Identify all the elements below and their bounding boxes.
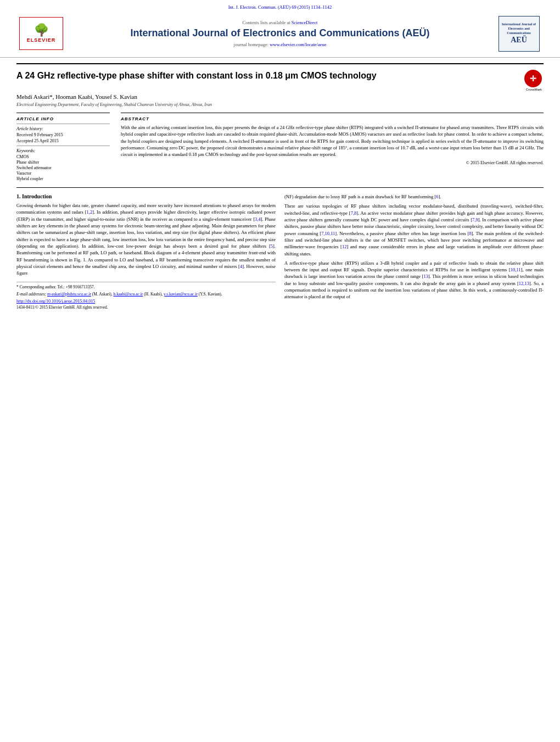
header-main: 🌳 ELSEVIER Contents lists available at S… bbox=[16, 12, 544, 55]
abstract-col: ABSTRACT With the aim of achieving const… bbox=[121, 113, 544, 182]
footnote-email: E-mail addresses: m-askari@phdstu.scu.ac… bbox=[16, 292, 276, 298]
keyword-3: Switched attenuator bbox=[16, 165, 110, 170]
elsevier-text: ELSEVIER bbox=[27, 37, 56, 43]
doi-line: http://dx.doi.org/10.1016/j.aeue.2015.04… bbox=[16, 299, 276, 304]
ref-8b[interactable]: 8 bbox=[469, 231, 472, 236]
history-label: Article history: bbox=[16, 126, 110, 131]
authors: Mehdi Askari*, Hooman Kaabi, Yousef S. K… bbox=[16, 93, 544, 100]
accepted-date: Accepted 25 April 2015 bbox=[16, 138, 110, 143]
footnote-section: * Corresponding author. Tel.: +98 916671… bbox=[16, 282, 276, 310]
sciencedirect-link[interactable]: ScienceDirect bbox=[292, 20, 318, 25]
body-col-right: (NF) degradation due to lossy RF path is… bbox=[284, 193, 544, 310]
ref-4b[interactable]: 4 bbox=[240, 264, 242, 269]
intro-text-left: Growing demands for higher data rate, gr… bbox=[16, 202, 276, 276]
abstract-header: ABSTRACT bbox=[121, 116, 544, 121]
intro-text-right-3: A reflective-type phase shifter (RTPS) u… bbox=[284, 260, 544, 300]
journal-homepage: journal homepage: www.elsevier.com/locat… bbox=[71, 42, 489, 47]
ref-12-13[interactable]: 12,13 bbox=[519, 281, 529, 286]
journal-header: Int. J. Electron. Commun. (AEÜ) 69 (2015… bbox=[0, 0, 560, 58]
footnote-corresponding: * Corresponding author. Tel.: +98 916671… bbox=[16, 284, 276, 291]
email-kavian[interactable]: y.s.kavian@scu.ac.ir bbox=[164, 292, 198, 297]
aeue-logo: International Journal of Electronics and… bbox=[499, 16, 540, 52]
ref-7-9[interactable]: 7,9 bbox=[472, 217, 478, 222]
section-title: Introduction bbox=[22, 193, 52, 199]
doi-link[interactable]: http://dx.doi.org/10.1016/j.aeue.2015.04… bbox=[16, 299, 95, 304]
keyword-5: Hybrid coupler bbox=[16, 176, 110, 181]
section-divider bbox=[16, 187, 544, 188]
keyword-1: CMOS bbox=[16, 154, 110, 159]
email-label: E-mail addresses: bbox=[16, 292, 46, 297]
body-section: 1. Introduction Growing demands for high… bbox=[16, 193, 544, 310]
copyright-line: © 2015 Elsevier GmbH. All rights reserve… bbox=[121, 160, 544, 165]
ref-12[interactable]: 12 bbox=[342, 244, 347, 249]
email-askari[interactable]: m-askari@phdstu.scu.ac.ir bbox=[47, 292, 91, 297]
affiliation: Electrical Engineering Department, Facul… bbox=[16, 102, 544, 107]
intro-heading: 1. Introduction bbox=[16, 193, 276, 199]
section-number: 1. bbox=[16, 193, 21, 199]
keyword-2: Phase shifter bbox=[16, 160, 110, 165]
body-col-left: 1. Introduction Growing demands for high… bbox=[16, 193, 276, 310]
crossmark-icon: ✛ bbox=[524, 70, 542, 87]
ref-7-8[interactable]: 7,8 bbox=[351, 210, 357, 216]
elsevier-logo: 🌳 ELSEVIER bbox=[19, 17, 63, 50]
issn-line: 1434-8411/© 2015 Elsevier GmbH. All righ… bbox=[16, 305, 276, 310]
aeue-logo-container: International Journal of Electronics and… bbox=[494, 14, 544, 53]
email-kaabi[interactable]: h.kaabi@scu.ac.ir bbox=[114, 292, 143, 297]
keywords-label: Keywords: bbox=[16, 148, 110, 153]
crossmark-label: CrossMark bbox=[524, 88, 544, 91]
ref-13[interactable]: 13 bbox=[424, 274, 429, 279]
ref-5[interactable]: 5 bbox=[271, 243, 273, 249]
page: Int. J. Electron. Commun. (AEÜ) 69 (2015… bbox=[0, 0, 560, 742]
journal-title: International Journal of Electronics and… bbox=[71, 27, 489, 40]
ref-1-2[interactable]: 1,2 bbox=[87, 209, 93, 215]
info-divider-1 bbox=[16, 124, 110, 124]
homepage-label: journal homepage: bbox=[234, 42, 269, 47]
aeue-logo-title: International Journal of Electronics and… bbox=[501, 23, 537, 35]
sciencedirect-prefix: Contents lists available at bbox=[243, 20, 290, 25]
ref-6[interactable]: 6 bbox=[436, 194, 438, 199]
crossmark-badge: ✛ CrossMark bbox=[524, 70, 544, 89]
info-divider-2 bbox=[16, 146, 110, 146]
elsevier-logo-container: 🌳 ELSEVIER bbox=[16, 14, 66, 53]
article-info-header: ARTICLE INFO bbox=[16, 116, 110, 121]
header-center: Contents lists available at ScienceDirec… bbox=[66, 20, 494, 47]
article-info-col: ARTICLE INFO Article history: Received 9… bbox=[16, 113, 110, 182]
journal-ref-line: Int. J. Electron. Commun. (AEÜ) 69 (2015… bbox=[16, 4, 544, 10]
elsevier-tree-icon: 🌳 bbox=[34, 24, 49, 36]
intro-text-right-2: There are various topologies of RF phase… bbox=[284, 203, 544, 257]
aeue-logo-abbr: AEÜ bbox=[511, 36, 527, 44]
journal-ref: Int. J. Electron. Commun. (AEÜ) 69 (2015… bbox=[228, 4, 332, 10]
abstract-section: ABSTRACT With the aim of achieving const… bbox=[121, 113, 544, 165]
author-list: Mehdi Askari*, Hooman Kaabi, Yousef S. K… bbox=[16, 93, 137, 100]
info-abstract-section: ARTICLE INFO Article history: Received 9… bbox=[16, 113, 544, 182]
abstract-text: With the aim of achieving constant inser… bbox=[121, 124, 544, 158]
sciencedirect-line: Contents lists available at ScienceDirec… bbox=[71, 20, 489, 25]
keyword-4: Varactor bbox=[16, 171, 110, 176]
article-title: A 24 GHz reflective-type phase shifter w… bbox=[16, 70, 516, 82]
homepage-url[interactable]: www.elsevier.com/locate/aeue bbox=[270, 42, 326, 47]
ref-10-11[interactable]: 10,11 bbox=[511, 267, 521, 272]
intro-text-right-1: (NF) degradation due to lossy RF path is… bbox=[284, 193, 544, 200]
received-date: Received 9 February 2015 bbox=[16, 132, 110, 137]
article-info-box: ARTICLE INFO Article history: Received 9… bbox=[16, 113, 110, 181]
email-addresses: m-askari@phdstu.scu.ac.ir (M. Askari), h… bbox=[47, 292, 222, 297]
article-title-section: A 24 GHz reflective-type phase shifter w… bbox=[16, 63, 544, 89]
ref-3-4[interactable]: 3,4 bbox=[255, 216, 261, 222]
ref-7-10-11[interactable]: 7,10,11 bbox=[321, 231, 335, 236]
article-content: A 24 GHz reflective-type phase shifter w… bbox=[0, 58, 560, 315]
